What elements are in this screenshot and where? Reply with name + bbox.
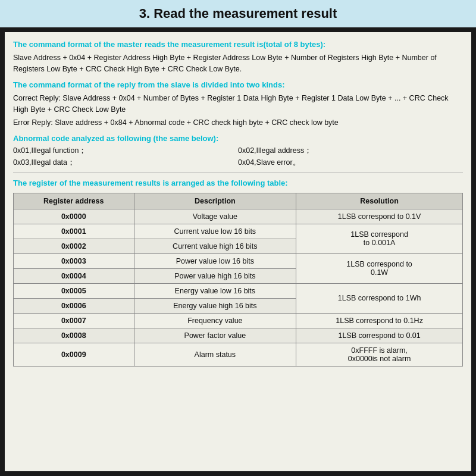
content-area: The command format of the master reads t… (5, 32, 471, 471)
cell-address: 0x0005 (14, 283, 134, 298)
cell-description: Alarm status (134, 343, 296, 366)
table-row: 0x0003Power value low 16 bits1LSB corres… (14, 253, 463, 268)
cell-description: Power factor value (134, 328, 296, 343)
cell-address: 0x0009 (14, 343, 134, 366)
table-section: The register of the measurement results … (13, 178, 463, 366)
cell-resolution: 0xFFFF is alarm, 0x0000is not alarm (296, 343, 463, 366)
cell-resolution: 1LSB correspond to 0.1Hz (296, 313, 463, 328)
cell-description: Power value high 16 bits (134, 268, 296, 283)
abnormal-codes-row1: 0x01,Illegal function； 0x02,Illegal addr… (13, 146, 463, 156)
cell-address: 0x0008 (14, 328, 134, 343)
table-row: 0x0007Frequency value1LSB correspond to … (14, 313, 463, 328)
table-row: 0x0000Voltage value1LSB correspond to 0.… (14, 209, 463, 224)
abnormal-code-1: 0x01,Illegal function； (13, 146, 238, 156)
cell-description: Voltage value (134, 209, 296, 224)
abnormal-code-2: 0x02,Illegal address； (238, 146, 463, 156)
cell-description: Current value low 16 bits (134, 224, 296, 239)
col-header-resolution: Resolution (296, 193, 463, 209)
cell-address: 0x0001 (14, 224, 134, 239)
cell-address: 0x0007 (14, 313, 134, 328)
cell-description: Current value high 16 bits (134, 239, 296, 253)
cell-address: 0x0002 (14, 239, 134, 253)
cell-resolution: 1LSB correspond to 0.001A (296, 224, 463, 253)
page: 3. Read the measurement result The comma… (0, 0, 476, 476)
cell-resolution: 1LSB correspond to 0.01 (296, 328, 463, 343)
cell-resolution: 1LSB correspond to 1Wh (296, 283, 463, 313)
cell-address: 0x0003 (14, 253, 134, 268)
cell-address: 0x0006 (14, 298, 134, 313)
table-row: 0x0009Alarm status0xFFFF is alarm, 0x000… (14, 343, 463, 366)
section4-heading: The register of the measurement results … (13, 178, 463, 189)
cell-description: Frequency value (134, 313, 296, 328)
abnormal-codes-row2: 0x03,Illegal data； 0x04,Slave error。 (13, 158, 463, 168)
col-header-address: Register address (14, 193, 134, 209)
register-table: Register address Description Resolution … (13, 193, 463, 367)
section2-error: Error Reply: Slave address + 0x84 + Abno… (13, 117, 463, 129)
col-header-description: Description (134, 193, 296, 209)
page-title: 3. Read the measurement result (0, 0, 476, 27)
table-row: 0x0001Current value low 16 bits1LSB corr… (14, 224, 463, 239)
cell-resolution: 1LSB correspond to 0.1V (296, 209, 463, 224)
table-row: 0x0005Energy value low 16 bits1LSB corre… (14, 283, 463, 298)
cell-address: 0x0000 (14, 209, 134, 224)
cell-description: Energy value low 16 bits (134, 283, 296, 298)
divider (13, 173, 463, 173)
section2-heading: The command format of the reply from the… (13, 80, 463, 90)
section3-heading: Abnormal code analyzed as following (the… (13, 133, 463, 144)
cell-resolution: 1LSB correspond to 0.1W (296, 253, 463, 283)
section2-correct: Correct Reply: Slave Address + 0x04 + Nu… (13, 93, 463, 115)
table-header-row: Register address Description Resolution (14, 193, 463, 209)
cell-description: Energy value high 16 bits (134, 298, 296, 313)
table-row: 0x0008Power factor value1LSB correspond … (14, 328, 463, 343)
section1-heading: The command format of the master reads t… (13, 39, 463, 50)
abnormal-code-4: 0x04,Slave error。 (238, 158, 463, 168)
section1-body: Slave Address + 0x04 + Register Address … (13, 52, 463, 75)
cell-description: Power value low 16 bits (134, 253, 296, 268)
cell-address: 0x0004 (14, 268, 134, 283)
abnormal-code-3: 0x03,Illegal data； (13, 158, 238, 168)
